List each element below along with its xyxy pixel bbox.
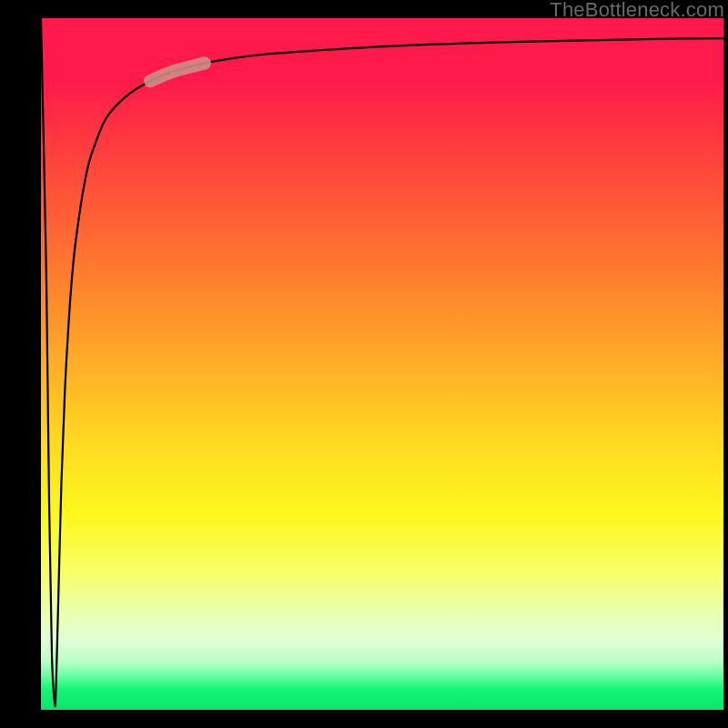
curve-svg <box>41 18 723 710</box>
bottleneck-curve <box>41 18 723 706</box>
chart-frame: TheBottleneck.com <box>0 0 728 728</box>
plot-area <box>41 18 723 710</box>
curve-highlight <box>150 63 205 81</box>
attribution-text: TheBottleneck.com <box>550 0 724 20</box>
